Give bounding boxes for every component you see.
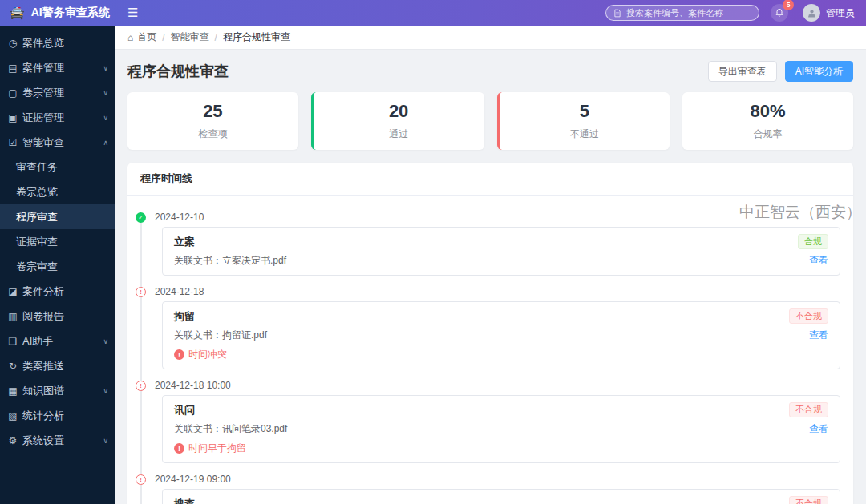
timeline-item: ✓ 2024-12-10 立案 合规 关联文书：立案决定书.pdf 查看 — [136, 212, 840, 276]
stat-value: 80% — [751, 101, 786, 122]
timeline-date: 2024-12-10 — [155, 212, 204, 223]
stat-label: 通过 — [389, 127, 408, 141]
sidebar-subitem-label: 卷宗审查 — [16, 260, 58, 274]
sidebar-subitem-procedure-review[interactable]: 程序审查 — [0, 204, 115, 229]
sidebar-collapse-icon[interactable]: ☰ — [127, 6, 138, 20]
case-search-box[interactable] — [605, 5, 759, 21]
sidebar-item-dossier-management[interactable]: ▢ 卷宗管理 ∨ — [0, 80, 115, 105]
timeline-step-title: 搜查 — [174, 497, 195, 504]
sidebar-item-label: 案件管理 — [22, 61, 99, 75]
chevron-up-icon: ∧ — [103, 139, 108, 147]
archive-icon: ▣ — [7, 112, 18, 123]
app-title: AI警务审查系统 — [31, 6, 110, 20]
stat-card-passed: 20 通过 — [311, 92, 484, 150]
timeline-item: ! 2024-12-18 拘留 不合规 关联文书：拘留证.pdf 查看 — [136, 286, 840, 369]
sidebar-item-case-overview[interactable]: ◷ 案件总览 — [0, 30, 115, 55]
sidebar-item-reading-report[interactable]: ▥ 阅卷报告 — [0, 304, 115, 329]
timeline-card: 立案 合规 关联文书：立案决定书.pdf 查看 — [162, 227, 840, 276]
sidebar-subitem-label: 证据审查 — [16, 235, 58, 249]
sidebar-subitem-review-tasks[interactable]: 审查任务 — [0, 155, 115, 179]
page-content: 程序合规性审查 导出审查表 AI智能分析 25 检查项 20 通过 5 不通过 … — [115, 50, 866, 504]
view-link[interactable]: 查看 — [809, 422, 828, 436]
sidebar-subitem-dossier-review[interactable]: 卷宗审查 — [0, 254, 115, 279]
timeline-date: 2024-12-18 — [155, 286, 204, 297]
timeline-date: 2024-12-18 10:00 — [155, 380, 231, 391]
breadcrumb-separator: / — [215, 32, 217, 43]
timeline-step-title: 立案 — [174, 235, 195, 249]
sidebar-item-similar-case-push[interactable]: ↻ 类案推送 — [0, 353, 115, 378]
search-input[interactable] — [626, 8, 751, 18]
police-car-logo-icon: 🚔 — [10, 6, 25, 20]
sidebar-item-case-analysis[interactable]: ◪ 案件分析 — [0, 279, 115, 304]
timeline-step-title: 讯问 — [174, 403, 195, 417]
export-review-table-button[interactable]: 导出审查表 — [708, 61, 777, 82]
document-icon — [613, 9, 621, 18]
sidebar-item-evidence-management[interactable]: ▣ 证据管理 ∨ — [0, 105, 115, 130]
error-text: 时间早于拘留 — [188, 442, 246, 455]
stat-label: 检查项 — [198, 127, 227, 141]
stat-value: 5 — [580, 101, 589, 122]
chevron-down-icon: ∨ — [103, 114, 108, 122]
chevron-down-icon: ∨ — [103, 64, 108, 72]
breadcrumb-item-current: 程序合规性审查 — [223, 30, 290, 44]
ai-analysis-button[interactable]: AI智能分析 — [785, 61, 853, 82]
sidebar-item-label: 阅卷报告 — [22, 309, 108, 324]
compliance-badge: 不合规 — [789, 308, 828, 324]
compliance-badge: 不合规 — [789, 496, 828, 504]
view-link[interactable]: 查看 — [809, 329, 828, 342]
compliance-badge: 不合规 — [789, 402, 828, 417]
procedure-timeline-panel: 程序时间线 中正智云（西安） ✓ 2024-12-10 立案 合 — [127, 163, 853, 504]
notification-bell[interactable]: 5 — [771, 4, 788, 22]
stats-icon: ▧ — [7, 410, 18, 421]
timeline-card: 拘留 不合规 关联文书：拘留证.pdf 查看 ! 时间冲突 — [162, 301, 840, 369]
timeline: ✓ 2024-12-10 立案 合规 关联文书：立案决定书.pdf 查看 — [136, 212, 840, 504]
stat-value: 25 — [203, 101, 222, 122]
sidebar-item-case-management[interactable]: ▤ 案件管理 ∨ — [0, 55, 115, 80]
sidebar-subitem-evidence-review[interactable]: 证据审查 — [0, 229, 115, 254]
app-logo-zone: 🚔 AI警务审查系统 — [0, 6, 115, 20]
user-name: 管理员 — [826, 6, 855, 20]
timeline-item: ! 2024-12-18 10:00 讯问 不合规 关联文书：讯问笔录03.pd… — [136, 380, 840, 463]
gear-icon: ⚙ — [7, 435, 18, 446]
chevron-down-icon: ∨ — [103, 437, 108, 445]
related-document: 关联文书：立案决定书.pdf — [174, 254, 286, 268]
report-icon: ▥ — [7, 311, 18, 322]
stat-card-compliance-rate: 80% 合规率 — [682, 92, 853, 150]
view-link[interactable]: 查看 — [809, 254, 828, 268]
avatar — [803, 4, 820, 22]
notification-badge: 5 — [783, 0, 794, 10]
sidebar-item-label: 卷宗管理 — [22, 86, 99, 100]
timeline-step-title: 拘留 — [174, 309, 195, 324]
chevron-down-icon: ∨ — [103, 387, 108, 395]
timeline-card: 搜查 不合规 关联文书：搜查笔录.pdf 查看 ! 搜查证晚于搜查 — [162, 489, 840, 504]
chevron-down-icon: ∨ — [103, 89, 108, 97]
breadcrumb-item-home[interactable]: 首页 — [137, 30, 156, 44]
sidebar-item-smart-review[interactable]: ☑ 智能审查 ∧ — [0, 130, 115, 155]
sidebar-item-label: 统计分析 — [22, 409, 108, 423]
warning-circle-icon: ! — [136, 474, 146, 485]
sidebar-subitem-label: 卷宗总览 — [16, 185, 58, 200]
chart-icon: ◪ — [7, 286, 18, 297]
stats-row: 25 检查项 20 通过 5 不通过 80% 合规率 — [127, 92, 853, 150]
sidebar-item-ai-assistant[interactable]: ❑ AI助手 ∨ — [0, 329, 115, 353]
breadcrumb-item-smart-review[interactable]: 智能审查 — [171, 30, 209, 44]
sidebar-item-label: 系统设置 — [22, 433, 99, 448]
sidebar-item-system-settings[interactable]: ⚙ 系统设置 ∨ — [0, 428, 115, 453]
dashboard-icon: ◷ — [7, 38, 18, 49]
sidebar-subitem-dossier-overview[interactable]: 卷宗总览 — [0, 179, 115, 204]
sidebar-item-label: 案件分析 — [22, 284, 108, 299]
check-circle-icon: ✓ — [136, 212, 146, 223]
sidebar-subitem-label: 审查任务 — [16, 160, 58, 175]
folder-icon: ▢ — [7, 87, 18, 99]
timeline-date: 2024-12-19 09:00 — [155, 474, 231, 485]
stat-card-failed: 5 不通过 — [497, 92, 670, 150]
user-menu[interactable]: 管理员 — [803, 4, 855, 22]
sidebar-item-knowledge-graph[interactable]: ▦ 知识图谱 ∨ — [0, 378, 115, 403]
timeline-item: ! 2024-12-19 09:00 搜查 不合规 关联文书：搜查笔录.pdf … — [136, 474, 840, 504]
sidebar-item-statistics[interactable]: ▧ 统计分析 — [0, 403, 115, 428]
top-header: 🚔 AI警务审查系统 ☰ 5 管理员 — [0, 0, 866, 26]
share-icon: ↻ — [7, 361, 18, 372]
folder-open-icon: ▤ — [7, 62, 18, 74]
related-document: 关联文书：讯问笔录03.pdf — [174, 422, 287, 436]
breadcrumb-separator: / — [162, 32, 164, 43]
